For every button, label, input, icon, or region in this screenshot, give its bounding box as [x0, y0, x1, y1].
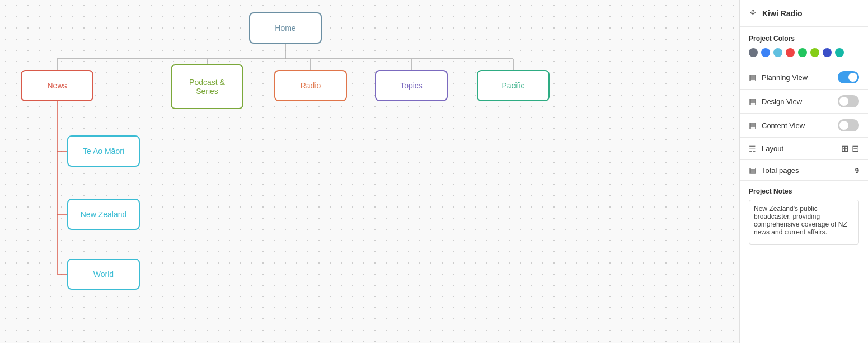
- total-pages-count: 9: [855, 166, 859, 175]
- content-view-row: ▦ Content View: [740, 114, 868, 138]
- node-podcast-label: Podcast &Series: [189, 78, 225, 96]
- design-view-label: Design View: [762, 97, 802, 106]
- project-colors-section: Project Colors: [740, 27, 868, 65]
- node-world-label: World: [93, 270, 114, 279]
- node-home[interactable]: Home: [249, 12, 322, 44]
- color-dot-teal[interactable]: [835, 48, 844, 57]
- canvas-area[interactable]: Home News Podcast &Series Radio Topics P…: [0, 0, 739, 343]
- sidebar-header: ⚘ Kiwi Radio: [740, 0, 868, 27]
- color-dots: [749, 48, 859, 57]
- layout-tree-icon[interactable]: ⊞: [841, 143, 848, 154]
- node-te-ao-label: Te Ao Māori: [83, 147, 124, 156]
- node-news[interactable]: News: [21, 70, 93, 101]
- project-icon: ⚘: [749, 8, 757, 18]
- content-view-icon: ▦: [749, 121, 756, 130]
- node-te-ao[interactable]: Te Ao Māori: [67, 135, 140, 167]
- diagram-svg: [0, 0, 739, 343]
- node-news-label: News: [47, 81, 67, 90]
- node-pacific[interactable]: Pacific: [477, 70, 550, 101]
- color-dot-olive[interactable]: [810, 48, 819, 57]
- notes-textarea[interactable]: [749, 200, 859, 245]
- total-pages-icon: ▦: [749, 166, 756, 175]
- design-view-left: ▦ Design View: [749, 97, 802, 106]
- planning-view-toggle-knob: [848, 73, 857, 82]
- layout-grid-icon[interactable]: ⊟: [852, 143, 859, 154]
- design-view-row: ▦ Design View: [740, 90, 868, 114]
- total-pages-row: ▦ Total pages 9: [740, 160, 868, 181]
- planning-view-icon: ▦: [749, 73, 756, 82]
- design-view-toggle-knob: [839, 97, 848, 106]
- color-dot-red[interactable]: [786, 48, 795, 57]
- total-pages-label: Total pages: [762, 166, 799, 175]
- layout-row: ☴ Layout ⊞ ⊟: [740, 138, 868, 160]
- node-new-zealand[interactable]: New Zealand: [67, 199, 140, 230]
- layout-label: Layout: [762, 144, 783, 153]
- node-podcast[interactable]: Podcast &Series: [171, 64, 243, 109]
- node-radio[interactable]: Radio: [274, 70, 347, 101]
- sidebar-project-name: Kiwi Radio: [762, 9, 803, 18]
- color-dot-green[interactable]: [798, 48, 807, 57]
- node-topics[interactable]: Topics: [375, 70, 448, 101]
- layout-left: ☴ Layout: [749, 144, 783, 153]
- notes-title: Project Notes: [749, 187, 859, 195]
- color-dot-gray[interactable]: [749, 48, 758, 57]
- design-view-toggle[interactable]: [838, 95, 859, 107]
- color-dot-blue[interactable]: [761, 48, 770, 57]
- node-topics-label: Topics: [400, 81, 423, 90]
- diagram-container: Home News Podcast &Series Radio Topics P…: [0, 0, 739, 343]
- planning-view-left: ▦ Planning View: [749, 73, 808, 82]
- planning-view-row: ▦ Planning View: [740, 65, 868, 90]
- node-home-label: Home: [275, 24, 295, 32]
- content-view-toggle[interactable]: [838, 119, 859, 131]
- node-radio-label: Radio: [301, 81, 321, 90]
- node-new-zealand-label: New Zealand: [81, 210, 127, 219]
- project-colors-label: Project Colors: [749, 35, 859, 43]
- color-dot-light-blue[interactable]: [773, 48, 782, 57]
- planning-view-label: Planning View: [762, 73, 808, 82]
- color-dot-dark-blue[interactable]: [823, 48, 832, 57]
- content-view-left: ▦ Content View: [749, 121, 805, 130]
- design-view-icon: ▦: [749, 97, 756, 106]
- content-view-toggle-knob: [839, 121, 848, 130]
- total-pages-left: ▦ Total pages: [749, 166, 799, 175]
- layout-icon: ☴: [749, 144, 756, 153]
- notes-section: Project Notes: [740, 181, 868, 343]
- node-pacific-label: Pacific: [501, 81, 524, 90]
- planning-view-toggle[interactable]: [838, 71, 859, 83]
- content-view-label: Content View: [762, 121, 805, 130]
- layout-icons: ⊞ ⊟: [841, 143, 859, 154]
- node-world[interactable]: World: [67, 259, 140, 290]
- sidebar: ⚘ Kiwi Radio Project Colors ▦ Planning V…: [739, 0, 868, 343]
